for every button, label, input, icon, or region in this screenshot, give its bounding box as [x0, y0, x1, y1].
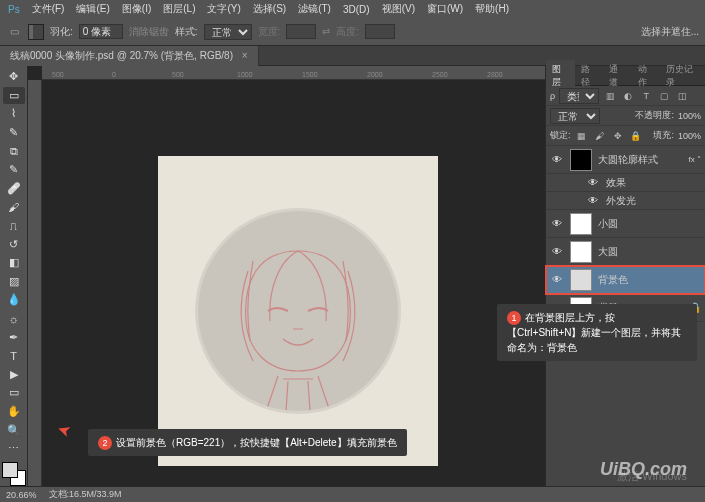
layer-name: 外发光 [606, 194, 636, 208]
menu-layer[interactable]: 图层(L) [163, 2, 195, 16]
avatar-sketch [198, 211, 398, 411]
layer-item-bgcolor[interactable]: 👁 背景色 [546, 266, 705, 294]
marquee-tool-icon[interactable]: ▭ [6, 24, 22, 40]
lock-all-icon[interactable]: 🔒 [629, 129, 643, 143]
edit-toolbar[interactable]: ⋯ [3, 440, 25, 458]
eyedropper-tool[interactable]: ✎ [3, 161, 25, 179]
layer-item-big-circle[interactable]: 👁 大圆 [546, 238, 705, 266]
menu-select[interactable]: 选择(S) [253, 2, 286, 16]
layer-item-small-circle[interactable]: 👁 小圆 [546, 210, 705, 238]
visibility-icon[interactable]: 👁 [586, 195, 600, 206]
style-select[interactable]: 正常 [204, 24, 252, 40]
layer-filter-select[interactable]: 类型 [559, 88, 599, 104]
layer-thumb [570, 269, 592, 291]
doc-size-label: 文档: [49, 489, 70, 499]
menu-edit[interactable]: 编辑(E) [76, 2, 109, 16]
ruler-horizontal: 500 0 500 1000 1500 2000 2500 2800 [42, 66, 545, 80]
height-input [365, 24, 395, 39]
annotation-2: 2设置前景色（RGB=221），按快捷键【Alt+Delete】填充前景色 [88, 429, 407, 456]
select-and-mask-button[interactable]: 选择并遮住... [641, 25, 699, 39]
panel-tab-strip: 图层 路径 通道 动作 历史记录 [546, 66, 705, 86]
feather-label: 羽化: [50, 25, 73, 39]
move-tool[interactable]: ✥ [3, 68, 25, 86]
canvas-area[interactable]: 500 0 500 1000 1500 2000 2500 2800 [28, 66, 545, 486]
lock-trans-icon[interactable]: ▦ [575, 129, 589, 143]
document-tab[interactable]: 线稿0000 头像制作.psd @ 20.7% (背景色, RGB/8) × [0, 46, 259, 66]
selection-mode[interactable] [28, 24, 44, 40]
eraser-tool[interactable]: ◧ [3, 254, 25, 272]
color-swatches[interactable] [2, 462, 26, 485]
menu-image[interactable]: 图像(I) [122, 2, 151, 16]
shape-tool[interactable]: ▭ [3, 384, 25, 402]
visibility-icon[interactable]: 👁 [550, 154, 564, 165]
lock-pos-icon[interactable]: ✥ [611, 129, 625, 143]
layer-thumb [570, 241, 592, 263]
visibility-icon[interactable]: 👁 [550, 218, 564, 229]
filter-shape-icon[interactable]: ▢ [657, 89, 671, 103]
filter-smart-icon[interactable]: ◫ [675, 89, 689, 103]
layer-item-effects[interactable]: 👁 效果 [546, 174, 705, 192]
watermark: UiBQ.com [600, 459, 687, 480]
zoom-tool[interactable]: 🔍 [3, 421, 25, 439]
healing-tool[interactable]: 🩹 [3, 180, 25, 198]
lock-paint-icon[interactable]: 🖌 [593, 129, 607, 143]
layer-name: 效果 [606, 176, 626, 190]
gradient-tool[interactable]: ▨ [3, 273, 25, 291]
menu-help[interactable]: 帮助(H) [475, 2, 509, 16]
height-label: 高度: [336, 25, 359, 39]
layer-filter-row: ρ 类型 ▥ ◐ T ▢ ◫ [546, 86, 705, 106]
opacity-value[interactable]: 100% [678, 111, 701, 121]
path-select-tool[interactable]: ▶ [3, 366, 25, 384]
annotation-1: 1在背景图层上方，按【Ctrl+Shift+N】新建一个图层，并将其命名为：背景… [497, 304, 697, 361]
layer-item-outline[interactable]: 👁 大圆轮廓样式 fx ˅ [546, 146, 705, 174]
hand-tool[interactable]: ✋ [3, 403, 25, 421]
blend-row: 正常 不透明度: 100% [546, 106, 705, 126]
brush-tool[interactable]: 🖌 [3, 198, 25, 216]
fill-label: 填充: [653, 129, 674, 142]
layer-item-outer-glow[interactable]: 👁 外发光 [546, 192, 705, 210]
visibility-icon[interactable]: 👁 [550, 274, 564, 285]
menu-window[interactable]: 窗口(W) [427, 2, 463, 16]
crop-tool[interactable]: ⧉ [3, 142, 25, 160]
feather-input[interactable] [79, 24, 123, 39]
width-input [286, 24, 316, 39]
close-icon[interactable]: × [242, 50, 248, 61]
layer-name: 大圆轮廓样式 [598, 153, 658, 167]
annotation-number-2: 2 [98, 436, 112, 450]
fill-value[interactable]: 100% [678, 131, 701, 141]
pen-tool[interactable]: ✒ [3, 328, 25, 346]
dodge-tool[interactable]: ☼ [3, 310, 25, 328]
foreground-color-swatch[interactable] [2, 462, 18, 478]
menu-3d[interactable]: 3D(D) [343, 4, 370, 15]
filter-adjust-icon[interactable]: ◐ [621, 89, 635, 103]
stamp-tool[interactable]: ⎍ [3, 217, 25, 235]
zoom-value[interactable]: 20.66% [6, 490, 37, 500]
layer-thumb [570, 213, 592, 235]
layer-name: 小圆 [598, 217, 618, 231]
right-panels: 图层 路径 通道 动作 历史记录 ρ 类型 ▥ ◐ T ▢ ◫ 正常 不透明度:… [545, 66, 705, 486]
filter-icon[interactable]: ρ [550, 91, 555, 101]
antialias-checkbox[interactable]: 消除锯齿 [129, 25, 169, 39]
menu-file[interactable]: 文件(F) [32, 2, 65, 16]
fx-badge[interactable]: fx ˅ [689, 155, 701, 164]
filter-image-icon[interactable]: ▥ [603, 89, 617, 103]
annotation-number-1: 1 [507, 311, 521, 325]
width-label: 宽度: [258, 25, 281, 39]
menu-view[interactable]: 视图(V) [382, 2, 415, 16]
blur-tool[interactable]: 💧 [3, 291, 25, 309]
menu-filter[interactable]: 滤镜(T) [298, 2, 331, 16]
marquee-tool[interactable]: ▭ [3, 87, 25, 105]
visibility-icon[interactable]: 👁 [586, 177, 600, 188]
menu-type[interactable]: 文字(Y) [207, 2, 240, 16]
lasso-tool[interactable]: ⌇ [3, 105, 25, 123]
history-brush-tool[interactable]: ↺ [3, 235, 25, 253]
visibility-icon[interactable]: 👁 [550, 246, 564, 257]
quick-select-tool[interactable]: ✎ [3, 124, 25, 142]
layer-name: 背景色 [598, 273, 628, 287]
filter-text-icon[interactable]: T [639, 89, 653, 103]
annotation-arrow: ➤ [55, 419, 74, 441]
lock-label: 锁定: [550, 129, 571, 142]
options-bar: ▭ 羽化: 消除锯齿 样式: 正常 宽度: ⇄ 高度: 选择并遮住... [0, 18, 705, 46]
blend-mode-select[interactable]: 正常 [550, 108, 600, 124]
type-tool[interactable]: T [3, 347, 25, 365]
